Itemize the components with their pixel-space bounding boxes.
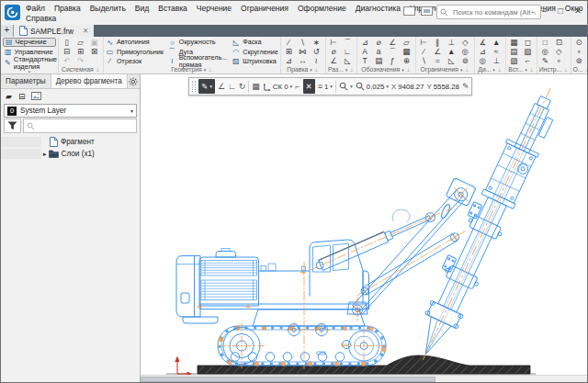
fix-icon[interactable]: ▲ [446,47,458,56]
group-dropdown-icon[interactable]: ▾ [310,67,312,73]
command-search[interactable] [436,5,541,19]
group-dropdown-icon[interactable]: ▾ [401,67,404,73]
orientation-icon[interactable]: ⊙ [573,38,585,47]
print-icon[interactable]: ⊟ [61,47,73,56]
group-pin-icon[interactable]: ⊥ [585,66,588,73]
minimize-button[interactable]: – [542,5,547,17]
angle-snap-icon[interactable]: ∠ [218,79,225,94]
roughness-icon[interactable]: ⊿ [359,38,371,47]
group-pin-icon[interactable]: ⊥ [314,66,319,73]
target-icon[interactable]: ◎ [539,47,551,56]
insert-picture-icon[interactable]: ▨ [508,56,520,65]
check-icon[interactable]: ▲ [491,38,503,47]
vertical-icon[interactable]: ∖ [418,56,430,65]
view-select[interactable]: ≡ 1 ▾ [318,79,333,94]
segment-button[interactable]: ∕ Отрезок [106,57,164,65]
mirror-icon[interactable]: ⋈ [297,47,309,56]
rotate-snap-icon[interactable]: ↻ [239,79,246,94]
arc-mark-icon[interactable]: ⌒ [387,47,399,56]
cell-icon[interactable]: ⊡ [553,38,565,47]
menu-item[interactable]: Файл [26,4,45,13]
menu-item-help[interactable]: Справка [26,14,56,23]
leader-dimension-icon[interactable]: ◺ [342,56,354,65]
sketch-icon[interactable]: ✎ [539,56,551,65]
group-pin-icon[interactable]: ⊥ [465,66,469,73]
picker-pen-icon[interactable]: ✎ [462,79,469,94]
hatch-region-icon[interactable]: ▦ [401,47,413,56]
insert-table-icon[interactable]: ▧ [522,47,534,56]
diameter-dimension-icon[interactable]: ⌀ [328,47,340,56]
trim-icon[interactable]: ∕ [283,38,295,47]
menu-item[interactable]: Ограничения [241,4,288,13]
group-pin-icon[interactable]: ⊥ [497,66,502,73]
chevron-down-icon[interactable]: ▾ [130,107,133,114]
fillet-button[interactable]: ◠ Скругление [232,48,277,56]
group-pin-icon[interactable]: ⊥ [406,66,411,73]
close-button[interactable]: ✕ [574,5,582,17]
coincident-icon[interactable]: ⊢ [418,38,430,47]
toolbar-drag-handle[interactable] [192,81,196,92]
move-icon[interactable]: ↔ [297,56,309,65]
maximize-button[interactable]: □ [558,5,563,17]
point-style-icon[interactable]: ∘ [573,47,585,56]
auto-dimension-icon[interactable]: ∟ [342,47,354,56]
ortho-snap-icon[interactable]: ∟ [228,79,236,94]
hatch-button[interactable]: ▨ Штриховка [232,57,277,65]
equal-icon[interactable]: = [432,56,444,65]
datum-icon[interactable]: ⌀ [373,38,385,47]
tree-row-layers[interactable]: ▸ Слои (x1) [1,148,140,160]
layer-selector[interactable]: 0 System Layer ▾ [4,104,137,118]
angular-dimension-icon[interactable]: ∠ [328,56,340,65]
command-search-input[interactable] [451,7,537,17]
radial-dimension-icon[interactable]: ⌒ [342,38,354,47]
group-dropdown-icon[interactable]: ▾ [525,67,527,73]
export-icon[interactable]: ⊠ [88,47,100,56]
expand-arrow-icon[interactable]: ▸ [43,151,47,158]
insert-fragment-icon[interactable]: ▦ [508,38,520,47]
chamfer-button[interactable]: ◺ Фаска [232,39,277,47]
symmetric-icon[interactable]: ◺ [446,56,458,65]
split-icon[interactable]: ∖ [297,38,309,47]
open-document-icon[interactable]: ▱ [74,38,86,47]
autoline-button[interactable]: ∿ Автолиния [106,39,164,47]
scale-icon[interactable]: ⊿ [283,56,295,65]
concentric-icon[interactable]: ◎ [459,47,471,56]
layout-windows-icon[interactable] [403,6,415,16]
grid-icon[interactable]: ▦ [252,79,260,94]
rectangle-button[interactable]: ▭ Прямоугольник [106,48,164,56]
draw-mode-icon[interactable]: ▰ [6,92,12,101]
print-area-icon[interactable]: ⊟ [18,92,26,101]
ribbon-tab-drawing[interactable]: ▤ Черчение [3,38,56,47]
menu-item[interactable]: Оформление [298,4,346,13]
small-text-icon[interactable]: а [373,47,385,56]
group-pin-icon[interactable]: ⊥ [349,66,354,73]
text-icon[interactable]: А [359,47,371,56]
insert-view-icon[interactable]: ▤ [508,47,520,56]
group-dropdown-icon[interactable]: ▾ [492,67,495,73]
save-icon[interactable]: ▣ [88,38,100,47]
tab-fragment-tree[interactable]: Дерево фрагмента [51,74,128,88]
erase-icon[interactable]: ∗ [311,38,322,47]
midpoint-icon[interactable]: ⊚ [459,56,471,65]
circle-button[interactable]: ○ Окружность [168,39,227,47]
tree-search-input[interactable] [38,121,133,131]
deform-icon[interactable]: ≀ [311,56,322,65]
zoom-scale-select[interactable]: 0.025 ▾ [356,82,389,91]
scrollbar-thumb[interactable] [141,377,435,382]
angle-constraint-icon[interactable]: ∠ [432,47,444,56]
group-pin-icon[interactable]: ⊥ [208,66,212,73]
view-icon[interactable]: ▤ [373,56,385,65]
table-icon[interactable]: Τ [359,56,371,65]
ribbon-collapse-icon[interactable]: ⌄ [1,68,58,73]
region-icon[interactable]: ◇ [553,47,565,56]
undo-icon[interactable]: ↶ [61,56,73,65]
group-pin-icon[interactable]: ⊥ [563,66,568,73]
panel-settings-button[interactable] [128,74,140,88]
selection-icon[interactable]: □ [539,38,551,47]
new-document-icon[interactable]: ▯ [61,38,73,47]
leader-icon[interactable]: ▱ [401,38,413,47]
group-pin-icon[interactable]: ⊥ [529,66,534,73]
menu-item[interactable]: Вставка [158,4,187,13]
layout-screen-icon[interactable] [421,6,433,16]
rotate-icon[interactable]: ↺ [311,47,322,56]
